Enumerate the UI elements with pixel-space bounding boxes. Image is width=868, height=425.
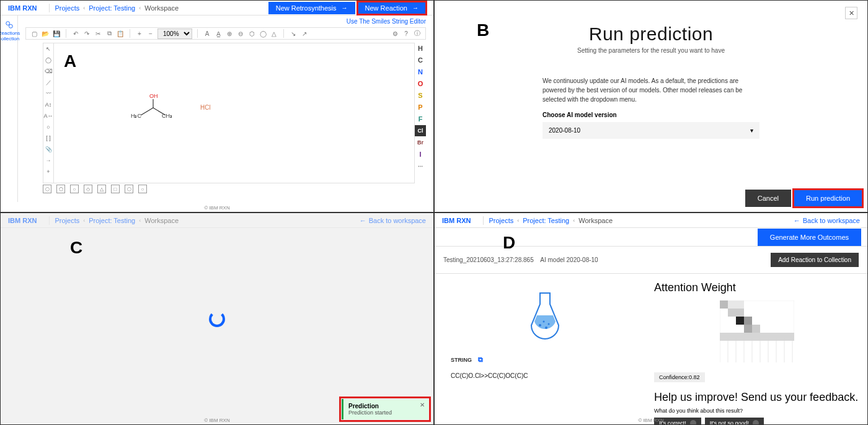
text-tool-2[interactable]: A↔ (43, 110, 53, 121)
zoom-out-icon[interactable]: − (146, 29, 155, 38)
element-cl[interactable]: Cl (415, 125, 426, 136)
info-icon[interactable]: ⓘ (413, 29, 422, 38)
breadcrumb-projects[interactable]: Projects (55, 4, 79, 12)
feedback-title: Help us improve! Send us your feedback. (654, 391, 860, 404)
top-bar: IBM RXN Projects ‹ Project: Testing ‹ Wo… (1, 213, 433, 228)
panel-label-a: A (64, 51, 76, 71)
close-button[interactable]: ✕ (845, 7, 857, 19)
attention-title: Attention Weight (654, 281, 860, 294)
breadcrumb-workspace: Workspace (578, 217, 613, 224)
chain-tool[interactable]: 〰 (43, 88, 53, 99)
element-br[interactable]: Br (415, 137, 426, 148)
string-label: STRING (451, 357, 472, 363)
tool-icon[interactable]: ◯ (259, 29, 267, 38)
toast-close-icon[interactable]: ✕ (420, 401, 425, 408)
element-n[interactable]: N (415, 66, 426, 77)
lasso-tool[interactable]: ◯ (43, 55, 53, 66)
prediction-toast: Prediction Prediction started ✕ (342, 399, 428, 419)
zoom-in-icon[interactable]: + (135, 29, 144, 38)
copy-icon[interactable]: ⧉ (478, 356, 483, 364)
tool-icon[interactable]: ↗ (300, 29, 309, 38)
drawing-canvas[interactable]: OH H₃C CH₃ HCl (54, 43, 415, 183)
element-h[interactable]: H (415, 43, 426, 54)
model-select-label: Choose AI model version (542, 112, 760, 118)
footer: © IBM RXN (435, 418, 867, 423)
tool-icon[interactable]: A (203, 29, 211, 38)
back-to-workspace-link[interactable]: ← Back to workspace (360, 217, 426, 224)
ring-tool[interactable]: ○ (43, 121, 53, 133)
ring-benzene[interactable]: ⬡ (43, 185, 51, 193)
paste-icon[interactable]: 📋 (116, 29, 125, 38)
breadcrumb-project[interactable]: Project: Testing (523, 217, 569, 224)
settings-icon[interactable]: ⚙ (391, 29, 399, 38)
left-sidebar: Reactions collection (1, 15, 18, 202)
element-f[interactable]: F (415, 113, 426, 125)
smiles-editor-link[interactable]: Use The Smiles String Editor (18, 15, 433, 27)
generate-more-button[interactable]: Generate More Outcomes (758, 229, 861, 246)
element-palette: H C N O S P F Cl Br I ⋯ (415, 43, 426, 172)
brand-logo[interactable]: IBM RXN (8, 217, 37, 224)
save-icon[interactable]: 💾 (52, 29, 61, 38)
bracket-tool[interactable]: [ ] (43, 133, 53, 144)
element-i[interactable]: I (415, 149, 426, 160)
element-more[interactable]: ⋯ (415, 160, 426, 172)
element-p[interactable]: P (415, 102, 426, 113)
brand-logo[interactable]: IBM RXN (442, 217, 471, 224)
cut-icon[interactable]: ✂ (94, 29, 102, 38)
plus-tool[interactable]: + (43, 166, 53, 177)
add-to-collection-button[interactable]: Add Reaction to Collection (771, 253, 859, 267)
ring-sq[interactable]: □ (111, 185, 120, 193)
ring-6[interactable]: ⬡ (125, 185, 133, 193)
new-retrosynthesis-button[interactable]: New Retrosynthesis→ (268, 2, 355, 14)
ring-7[interactable]: ○ (138, 185, 147, 193)
ring-cyclopentane[interactable]: ⬠ (56, 185, 65, 193)
breadcrumb: Projects ‹ Project: Testing ‹ Workspace (55, 217, 179, 224)
arrow-tool[interactable]: → (43, 155, 53, 166)
copy-icon[interactable]: ⧉ (105, 29, 113, 38)
tool-icon[interactable]: ↘ (289, 29, 298, 38)
result-header: Generate More Outcomes (435, 228, 867, 247)
element-s[interactable]: S (415, 90, 426, 101)
molecule-structure: OH H₃C CH₃ (135, 97, 178, 123)
model-select[interactable]: 2020-08-10 ▾ (542, 122, 760, 139)
run-prediction-button[interactable]: Run prediction (794, 190, 862, 207)
breadcrumb-projects[interactable]: Projects (55, 217, 79, 224)
label-h3c: H₃C (131, 113, 141, 119)
tool-icon[interactable]: ⊕ (225, 29, 234, 38)
open-icon[interactable]: 📂 (41, 29, 50, 38)
breadcrumb-project[interactable]: Project: Testing (89, 217, 135, 224)
select-tool[interactable]: ↖ (43, 43, 53, 55)
attach-tool[interactable]: 📎 (43, 144, 53, 155)
redo-icon[interactable]: ↷ (82, 29, 91, 38)
brand-logo[interactable]: IBM RXN (8, 4, 37, 12)
svg-point-6 (545, 326, 547, 329)
toast-body: Prediction started (348, 410, 423, 416)
tool-icon[interactable]: ⬡ (247, 29, 256, 38)
tool-icon[interactable]: ⊖ (236, 29, 245, 38)
tool-icon[interactable]: △ (270, 29, 278, 38)
canvas-wrap: ↖ ◯ ⌫ ／ 〰 A↕ A↔ ○ [ ] 📎 → + (43, 43, 415, 183)
new-reaction-button[interactable]: New Reaction→ (358, 2, 426, 14)
breadcrumb-project[interactable]: Project: Testing (89, 4, 135, 12)
bond-tool[interactable]: ／ (43, 77, 53, 88)
new-icon[interactable]: ▢ (30, 29, 38, 38)
result-body: STRING ⧉ CC(C)O.Cl>>CC(C)OC(C)C Attentio… (435, 274, 867, 425)
tool-icon[interactable]: A̲ (214, 29, 223, 38)
top-bar: IBM RXN Projects ‹ Project: Testing ‹ Wo… (1, 1, 433, 15)
element-o[interactable]: O (415, 78, 426, 89)
cancel-button[interactable]: Cancel (745, 190, 791, 207)
svg-point-0 (6, 22, 9, 25)
result-meta-bar: Testing_20210603_13:27:28.865 AI model 2… (435, 247, 867, 274)
ring-4[interactable]: ◇ (84, 185, 92, 193)
help-icon[interactable]: ? (402, 29, 410, 38)
element-c[interactable]: C (415, 55, 426, 66)
ring-3[interactable]: △ (97, 185, 106, 193)
result-name: Testing_20210603_13:27:28.865 (443, 256, 534, 263)
text-tool[interactable]: A↕ (43, 99, 53, 110)
erase-tool[interactable]: ⌫ (43, 66, 53, 77)
ring-cyclohexane[interactable]: ○ (70, 185, 79, 193)
zoom-select[interactable]: 100% (157, 28, 192, 39)
undo-icon[interactable]: ↶ (71, 29, 80, 38)
back-to-workspace-link[interactable]: ← Back to workspace (794, 217, 860, 224)
breadcrumb-projects[interactable]: Projects (489, 217, 513, 224)
